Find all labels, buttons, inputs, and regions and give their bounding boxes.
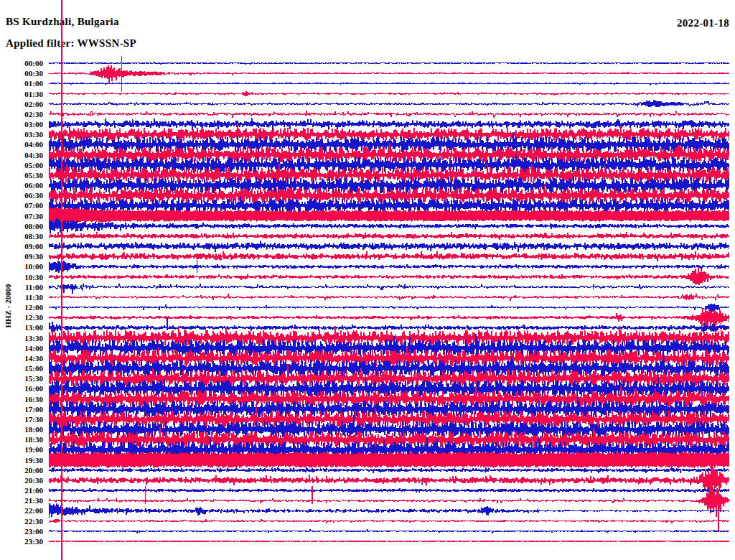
time-cursor-line bbox=[61, 0, 62, 560]
trace-row bbox=[49, 488, 729, 493]
trace-row bbox=[49, 260, 729, 273]
trace-row bbox=[49, 118, 729, 130]
trace-row bbox=[49, 304, 729, 312]
trace-row bbox=[49, 530, 729, 533]
helicorder-canvas bbox=[0, 0, 735, 560]
trace-row bbox=[49, 503, 729, 518]
trace-row bbox=[49, 520, 729, 523]
trace-row bbox=[49, 485, 729, 532]
helicorder-page: { "header": { "station_title": "BS Kurdz… bbox=[0, 0, 735, 560]
trace-row bbox=[49, 83, 729, 85]
trace-row bbox=[49, 467, 729, 473]
trace-row bbox=[49, 100, 729, 107]
trace-row bbox=[49, 294, 729, 300]
trace-row bbox=[49, 284, 729, 294]
trace-row bbox=[49, 251, 729, 261]
trace-row bbox=[49, 232, 729, 240]
trace-row bbox=[49, 241, 729, 252]
trace-row bbox=[49, 62, 729, 65]
trace-row bbox=[49, 176, 729, 197]
trace-row bbox=[49, 91, 729, 96]
trace-row bbox=[49, 541, 729, 542]
helicorder-plot bbox=[0, 0, 735, 560]
trace-row bbox=[49, 56, 729, 92]
trace-row bbox=[49, 267, 729, 285]
trace-row bbox=[49, 111, 729, 118]
trace-row bbox=[49, 318, 729, 332]
